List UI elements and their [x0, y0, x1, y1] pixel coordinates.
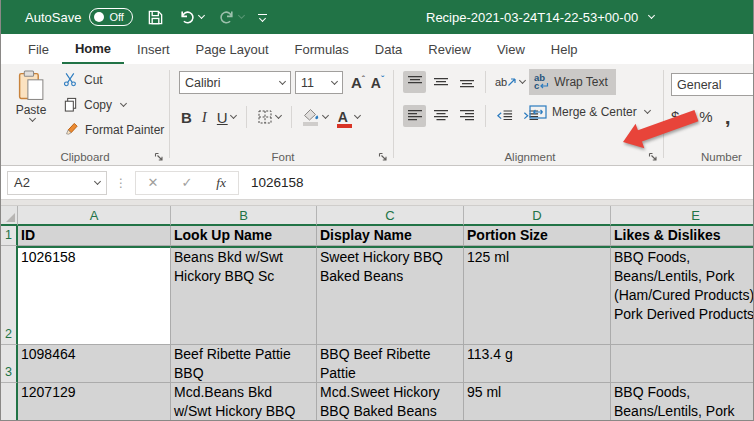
- cell-c1[interactable]: Display Name: [317, 226, 464, 246]
- wrap-text-button[interactable]: ab c Wrap Text: [529, 69, 616, 95]
- font-name-dropdown-icon: [279, 77, 286, 84]
- tab-help[interactable]: Help: [538, 34, 591, 64]
- cell-a1[interactable]: ID: [18, 226, 171, 246]
- cell-c2[interactable]: Sweet Hickory BBQ Baked Beans: [317, 246, 464, 345]
- cell-e1[interactable]: Likes & Dislikes: [611, 226, 754, 246]
- font-color-button[interactable]: A: [338, 111, 360, 124]
- copy-icon: [63, 97, 78, 112]
- fill-color-dropdown-icon[interactable]: [322, 112, 329, 119]
- comma-style-button[interactable]: ,: [725, 112, 731, 122]
- cell-e3[interactable]: [611, 345, 754, 383]
- copy-label: Copy: [84, 98, 112, 112]
- copy-button[interactable]: Copy: [63, 97, 126, 112]
- fill-color-button[interactable]: [302, 108, 328, 126]
- cell-a3[interactable]: 1098464: [18, 345, 171, 383]
- select-all-button[interactable]: [1, 206, 18, 226]
- cell-d3[interactable]: 113.4 g: [464, 345, 611, 383]
- top-align-button[interactable]: [403, 71, 426, 93]
- merge-center-dropdown-icon[interactable]: [644, 107, 651, 114]
- tab-data[interactable]: Data: [362, 34, 415, 64]
- column-header-e[interactable]: E: [611, 206, 754, 226]
- row-header-3[interactable]: 3: [1, 345, 18, 383]
- format-painter-button[interactable]: Format Painter: [63, 122, 164, 137]
- cell-b4[interactable]: Mcd.Beans Bkd w/Swt Hickory BBQ Sc: [171, 383, 317, 421]
- cell-b3[interactable]: Beef Ribette Pattie BBQ: [171, 345, 317, 383]
- name-box[interactable]: A2: [7, 171, 107, 195]
- document-title[interactable]: Recipe-2021-03-24T14-22-53+00-00: [426, 0, 654, 34]
- cell-b1[interactable]: Look Up Name: [171, 226, 317, 246]
- column-header-c[interactable]: C: [317, 206, 464, 226]
- cell-e2[interactable]: BBQ Foods, Beans/Lentils, Pork (Ham/Cure…: [611, 246, 754, 345]
- row-header-2[interactable]: 2: [1, 246, 18, 345]
- cell-a2-active[interactable]: 1026158: [18, 246, 171, 345]
- tab-page-layout[interactable]: Page Layout: [183, 34, 282, 64]
- merge-center-icon: [529, 105, 547, 119]
- borders-button[interactable]: [257, 109, 281, 125]
- cell-d2[interactable]: 125 ml: [464, 246, 611, 345]
- column-header-d[interactable]: D: [464, 206, 611, 226]
- merge-center-button[interactable]: Merge & Center: [529, 105, 650, 119]
- decrease-font-size-button[interactable]: Aˇ: [371, 74, 384, 91]
- title-dropdown-icon[interactable]: [648, 12, 655, 19]
- enter-button[interactable]: ✓: [170, 175, 204, 190]
- accounting-format-button[interactable]: $: [671, 108, 687, 125]
- bottom-align-button[interactable]: [455, 71, 478, 93]
- save-button[interactable]: [147, 9, 164, 26]
- customize-quick-access-toolbar-button[interactable]: [258, 14, 267, 21]
- tab-view[interactable]: View: [484, 34, 538, 64]
- paste-button[interactable]: Paste: [11, 70, 51, 146]
- cell-c3[interactable]: BBQ Beef Ribette Pattie: [317, 345, 464, 383]
- cell-d4[interactable]: 95 ml: [464, 383, 611, 421]
- percent-style-button[interactable]: %: [699, 108, 712, 125]
- undo-dropdown-icon[interactable]: [198, 12, 205, 19]
- formula-input[interactable]: 1026158: [251, 175, 304, 190]
- align-right-button[interactable]: [455, 105, 478, 127]
- clipboard-dialog-launcher[interactable]: [154, 152, 164, 162]
- redo-button[interactable]: [218, 8, 244, 26]
- orientation-dropdown-icon[interactable]: [519, 77, 526, 84]
- font-dialog-launcher[interactable]: [378, 152, 388, 162]
- autosave-control[interactable]: AutoSave Off: [25, 8, 133, 26]
- tab-review[interactable]: Review: [415, 34, 484, 64]
- insert-function-button[interactable]: fx: [204, 175, 238, 191]
- italic-button[interactable]: I: [202, 109, 207, 126]
- decrease-indent-button[interactable]: [493, 105, 516, 127]
- tab-formulas[interactable]: Formulas: [282, 34, 362, 64]
- cell-b2[interactable]: Beans Bkd w/Swt Hickory BBQ Sc: [171, 246, 317, 345]
- orientation-button[interactable]: ab: [493, 71, 527, 93]
- column-header-a[interactable]: A: [18, 206, 171, 226]
- row-header-1[interactable]: 1: [1, 226, 18, 246]
- middle-align-button[interactable]: [429, 71, 452, 93]
- redo-dropdown-icon[interactable]: [238, 12, 245, 19]
- cell-c4[interactable]: Mcd.Sweet Hickory BBQ Baked Beans: [317, 383, 464, 421]
- alignment-dialog-launcher[interactable]: [648, 152, 658, 162]
- undo-button[interactable]: [178, 8, 204, 26]
- currency-dropdown-icon[interactable]: [681, 111, 688, 118]
- formula-bar-grip-icon[interactable]: ⋮: [115, 176, 127, 190]
- font-name-select[interactable]: Calibri: [179, 71, 291, 94]
- tab-file[interactable]: File: [15, 34, 62, 64]
- font-size-select[interactable]: 11: [295, 71, 343, 94]
- increase-font-size-button[interactable]: Aˆ: [351, 74, 365, 91]
- cell-e4[interactable]: BBQ Foods, Beans/Lentils, Pork: [611, 383, 754, 421]
- cancel-button[interactable]: ✕: [136, 175, 170, 190]
- divider: [485, 105, 486, 127]
- bold-button[interactable]: B: [181, 109, 192, 126]
- autosave-toggle[interactable]: Off: [89, 8, 132, 26]
- font-color-dropdown-icon[interactable]: [354, 112, 361, 119]
- tab-insert[interactable]: Insert: [124, 34, 183, 64]
- cut-button[interactable]: Cut: [63, 72, 103, 87]
- underline-dropdown-icon[interactable]: [230, 112, 237, 119]
- tab-home[interactable]: Home: [62, 34, 124, 64]
- column-header-b[interactable]: B: [171, 206, 317, 226]
- row-header-4[interactable]: 4: [1, 383, 18, 421]
- align-left-button[interactable]: [403, 105, 426, 127]
- cell-d1[interactable]: Portion Size: [464, 226, 611, 246]
- group-separator: [663, 70, 664, 158]
- borders-dropdown-icon[interactable]: [275, 112, 282, 119]
- number-format-select[interactable]: General: [671, 73, 754, 96]
- align-center-button[interactable]: [429, 105, 452, 127]
- copy-dropdown-icon[interactable]: [120, 99, 127, 106]
- underline-button[interactable]: U: [217, 109, 236, 126]
- cell-a4[interactable]: 1207129: [18, 383, 171, 421]
